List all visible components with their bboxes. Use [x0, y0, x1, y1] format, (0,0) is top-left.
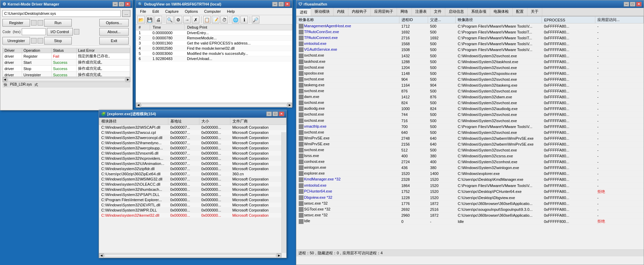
tb-clear-btn[interactable]: ✗ — [192, 16, 199, 23]
tb-arrow-btn[interactable]: → — [183, 16, 191, 23]
tb-log-btn[interactable]: 📝 — [212, 16, 219, 23]
list-item: 0xFFFFFA80... — [542, 183, 595, 188]
process-tab-5[interactable]: 网络 — [397, 8, 412, 16]
list-item: 1288 — [399, 59, 428, 65]
modules-scrollbar[interactable] — [281, 132, 286, 253]
pv-close-btn[interactable]: ✕ — [636, 2, 642, 7]
list-item: 0xFFFFFA80... — [542, 124, 595, 129]
dv-close-btn[interactable]: ✕ — [285, 2, 290, 7]
register-sq1 — [31, 20, 37, 26]
list-item: - — [595, 35, 644, 41]
minimize-btn[interactable]: ─ — [112, 2, 118, 7]
debugview-content: # Time Debug Print 1 0.00000000 DriverEn… — [136, 24, 292, 102]
table-row: 2 — [136, 36, 150, 41]
stop-btn[interactable]: Stop — [44, 37, 72, 45]
process-icon — [299, 142, 304, 147]
io-control-btn[interactable]: I/O Control — [47, 28, 73, 36]
register-btn[interactable]: Register — [2, 19, 30, 27]
dv-scroll-track[interactable] — [141, 104, 287, 107]
options-btn[interactable]: Options... — [99, 19, 129, 27]
mod-scroll-right[interactable]: ▶ — [277, 253, 281, 258]
menu-options[interactable]: Options — [182, 9, 201, 14]
list-item: C:\Windows\System32\wercplsupp... — [99, 146, 168, 151]
table-row: Stop — [22, 66, 51, 72]
list-item: svchost.exe — [297, 129, 399, 135]
tb-open-btn[interactable]: 📂 — [137, 16, 145, 23]
process-tab-11[interactable]: 配置 — [513, 8, 527, 16]
process-icon — [299, 36, 304, 40]
list-item: 2748 — [399, 135, 428, 141]
tb-info-btn[interactable]: ℹ — [240, 16, 248, 23]
list-item: Microsoft Corporation — [230, 130, 286, 135]
process-icon — [299, 189, 304, 194]
list-item: - — [595, 41, 644, 47]
process-tab-1[interactable]: 驱动模块 — [311, 8, 334, 16]
process-tab-8[interactable]: 启动信息 — [445, 8, 468, 16]
mod-minimize-btn[interactable]: ─ — [266, 111, 272, 116]
table-row: 操作成功完成。 — [77, 59, 130, 66]
maximize-btn[interactable]: □ — [119, 2, 124, 7]
process-tab-12[interactable]: 关于 — [527, 8, 542, 16]
process-tab-4[interactable]: 应用层钩子 — [371, 8, 397, 16]
process-icon — [299, 59, 304, 64]
mod-close-btn[interactable]: ✕ — [279, 111, 284, 116]
list-item: Microsoft Corporation — [230, 146, 286, 151]
scroll-track[interactable] — [8, 78, 125, 81]
menu-edit[interactable]: Edit — [150, 9, 162, 14]
list-item: - — [595, 165, 644, 171]
dv-minimize-btn[interactable]: ─ — [272, 2, 278, 7]
list-item: 0xFFFFFA80... — [542, 177, 595, 183]
list-item: C:\Users\pc\360zip\360ZipExt64.dll — [99, 171, 168, 177]
menu-file[interactable]: File — [137, 9, 149, 14]
process-viewer-window: 🛡 rfiuealmalfxn ─ □ ✕ 进程驱动模块内核内核钩子应用层钩子网… — [296, 0, 644, 265]
pv-minimize-btn[interactable]: ─ — [624, 2, 629, 7]
mod-scroll-left[interactable]: ◀ — [99, 253, 104, 258]
table-row: Find the module:kernel32.dll — [184, 46, 292, 51]
dv-maximize-btn[interactable]: □ — [278, 2, 284, 7]
process-tab-0[interactable]: 进程 — [296, 8, 311, 16]
menu-help[interactable]: Help — [224, 9, 238, 14]
menu-computer[interactable]: Computer — [201, 9, 224, 14]
about-btn[interactable]: About... — [99, 28, 129, 36]
process-tab-6[interactable]: 注册表 — [412, 8, 430, 16]
list-item: C:\Windows\System32\svchost.exe — [456, 88, 542, 94]
process-table-container[interactable]: 映像名称 进程ID 父进... 映像路径 EPROCESS 应用层访问... M… — [296, 16, 644, 249]
tb-net-btn[interactable]: 🌐 — [232, 16, 239, 23]
mod-scroll-track[interactable] — [105, 254, 276, 257]
list-item: 0x000000... — [199, 156, 230, 161]
tb-save-btn[interactable]: 💾 — [146, 16, 153, 23]
tb-find-btn[interactable]: 🔍 — [166, 16, 174, 23]
modules-table-container[interactable]: 模块路径 基地址 大小 文件厂商 C:\Windows\System32\WSC… — [99, 118, 286, 237]
process-tab-2[interactable]: 内核 — [334, 8, 348, 16]
run-btn[interactable]: Run — [44, 19, 72, 27]
process-tab-9[interactable]: 系统杂项 — [468, 8, 490, 16]
pv-maximize-btn[interactable]: □ — [630, 2, 635, 7]
process-tab-10[interactable]: 电脑体检 — [490, 8, 513, 16]
driver-manager-window: ⚙ Kernel-Mode Driver Manager ─ □ ✕ … Reg… — [0, 0, 133, 110]
browse-btn[interactable]: … — [122, 10, 130, 17]
dv-scroll-left[interactable]: ◀ — [136, 103, 141, 108]
list-item: 500 — [428, 47, 456, 53]
process-tab-3[interactable]: 内核钩子 — [348, 8, 371, 16]
driver-path-input[interactable] — [2, 10, 121, 17]
tb-clock-btn[interactable]: ⏱ — [220, 16, 228, 23]
list-item: C:\Users\pc\sougouInput\SogouInput\9.3.0… — [456, 206, 542, 212]
tb-search-btn[interactable]: 🔎 — [252, 16, 259, 23]
code-input[interactable] — [22, 28, 46, 35]
list-item: C:\Windows\System32\audiodg.exe — [456, 106, 542, 112]
process-tab-7[interactable]: 文件 — [430, 8, 445, 16]
list-item: - — [595, 124, 644, 129]
tb-filter-btn[interactable]: ⚙ — [175, 16, 182, 23]
unregister-btn[interactable]: Unregister — [2, 37, 30, 45]
dv-scroll-right[interactable]: ▶ — [287, 103, 292, 108]
exit-btn[interactable]: Exit — [99, 37, 129, 45]
scroll-right-btn[interactable]: ▶ — [126, 77, 130, 82]
menu-capture[interactable]: Capture — [162, 9, 181, 14]
tb-print-btn[interactable]: 🖨 — [155, 16, 162, 23]
list-item: C:\Windows\System32\svchost.exe — [456, 112, 542, 118]
scroll-left-btn[interactable]: ◀ — [2, 77, 7, 82]
mod-maximize-btn[interactable]: □ — [273, 111, 278, 116]
tb-proc-btn[interactable]: 📋 — [203, 16, 211, 23]
close-btn[interactable]: ✕ — [125, 2, 130, 7]
process-icon — [299, 30, 304, 35]
